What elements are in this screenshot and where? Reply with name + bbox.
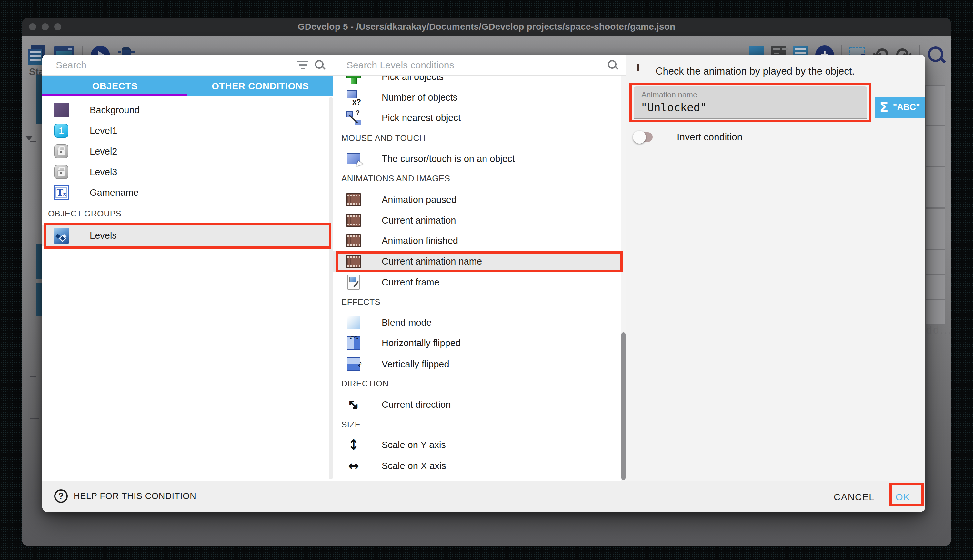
- object-groups-header: OBJECT GROUPS: [48, 209, 121, 219]
- minimize-window-button[interactable]: [42, 23, 49, 30]
- collapse-arrow-icon: [25, 136, 33, 140]
- condition-label: Scale on X axis: [382, 461, 446, 471]
- invert-condition-toggle[interactable]: [634, 132, 653, 142]
- condition-row-cursor-on-object[interactable]: The cursor/touch is on an object: [333, 148, 626, 169]
- traffic-lights: [29, 23, 61, 30]
- filter-icon[interactable]: [297, 61, 308, 69]
- film-strip-icon: [346, 255, 361, 268]
- object-group-icon: [53, 228, 69, 243]
- object-row-gamename[interactable]: Tx Gamename: [42, 182, 333, 203]
- condition-row-scale-y[interactable]: ↕ Scale on Y axis: [333, 435, 626, 455]
- condition-row-number-of-objects[interactable]: x? Number of objects: [333, 87, 626, 108]
- close-window-button[interactable]: [29, 23, 36, 30]
- objects-search-input[interactable]: [55, 59, 297, 71]
- cancel-button[interactable]: CANCEL: [829, 489, 879, 506]
- current-frame-icon: [347, 275, 360, 290]
- vertical-flip-icon: [347, 357, 360, 371]
- object-row-level1[interactable]: 1 Level1: [42, 120, 333, 141]
- lock-object-icon: [54, 144, 68, 158]
- diagonal-arrow-icon: ↔: [344, 395, 363, 413]
- desktop: GDevelop 5 - /Users/dkarakay/Documents/G…: [0, 0, 973, 560]
- condition-label: Horizontally flipped: [382, 338, 461, 348]
- text-object-icon: Tx: [54, 185, 69, 200]
- condition-label: Current frame: [382, 277, 440, 288]
- condition-label: Scale on Y axis: [382, 440, 446, 450]
- condition-row-animation-paused[interactable]: Animation paused: [333, 189, 626, 210]
- titlebar: GDevelop 5 - /Users/dkarakay/Documents/G…: [22, 18, 951, 36]
- search-icon: [608, 60, 618, 70]
- condition-editor-dialog: OBJECTS OTHER CONDITIONS Background 1 Le…: [42, 55, 925, 512]
- event-connector-line: [30, 377, 36, 377]
- film-strip-icon: [346, 234, 361, 247]
- invert-condition-label: Invert condition: [677, 131, 742, 143]
- event-row: [925, 249, 945, 275]
- object-label: Gamename: [90, 187, 139, 198]
- conditions-panel: Pick all objects x? Number of objects ? …: [333, 55, 626, 481]
- expression-editor-button[interactable]: Σ "ABC": [875, 97, 925, 118]
- conditions-search-input[interactable]: [346, 59, 608, 71]
- help-icon: ?: [54, 489, 68, 503]
- zoom-window-button[interactable]: [54, 23, 61, 30]
- condition-row-current-animation-name[interactable]: Current animation name: [333, 251, 626, 272]
- objects-scrollbar[interactable]: [329, 97, 333, 479]
- condition-row-horizontally-flipped[interactable]: Horizontally flipped: [333, 333, 626, 353]
- conditions-scrollbar-thumb[interactable]: [621, 332, 626, 480]
- lock-object-icon: [54, 165, 68, 179]
- condition-label: Vertically flipped: [382, 359, 450, 370]
- help-for-condition-link[interactable]: ? HELP FOR THIS CONDITION: [54, 489, 196, 503]
- object-row-level2[interactable]: Level2: [42, 141, 333, 162]
- object-label: Background: [90, 105, 140, 115]
- condition-row-pick-nearest[interactable]: ? Pick nearest object: [333, 107, 626, 128]
- event-row: [925, 300, 945, 325]
- condition-label: Animation paused: [382, 195, 457, 205]
- condition-label: Current direction: [382, 399, 451, 410]
- object-row-background[interactable]: Background: [42, 100, 333, 120]
- event-connector-line: [30, 141, 30, 419]
- condition-row-blend-mode[interactable]: Blend mode: [333, 312, 626, 333]
- condition-row-vertically-flipped[interactable]: Vertically flipped: [333, 354, 626, 375]
- condition-description: Check the animation by played by the obj…: [656, 64, 855, 78]
- toolbar-search-icon[interactable]: [927, 46, 945, 64]
- condition-row-scale-x[interactable]: ↔ Scale on X axis: [333, 455, 626, 476]
- section-animations-and-images: ANIMATIONS AND IMAGES: [342, 173, 450, 183]
- event-row: [925, 275, 945, 300]
- film-strip-icon: [346, 214, 361, 227]
- blend-mode-icon: [347, 316, 360, 329]
- section-effects: EFFECTS: [342, 297, 380, 307]
- horizontal-arrow-icon: ↔: [348, 459, 359, 472]
- search-icon: [315, 60, 325, 70]
- section-mouse-and-touch: MOUSE AND TOUCH: [342, 133, 425, 143]
- event-row: [925, 85, 945, 125]
- condition-label: The cursor/touch is on an object: [382, 153, 515, 164]
- object-row-level3[interactable]: Level3: [42, 162, 333, 182]
- film-strip-icon: [346, 193, 361, 206]
- condition-row-animation-finished[interactable]: Animation finished: [333, 230, 626, 251]
- tab-objects[interactable]: OBJECTS: [42, 76, 188, 96]
- event-connector-line: [30, 418, 39, 419]
- background-add-label: dd...: [926, 323, 951, 336]
- condition-label: Current animation: [382, 215, 456, 226]
- pick-nearest-object-icon: ?: [346, 110, 361, 125]
- conditions-search-row: [333, 55, 626, 76]
- horizontal-flip-icon: [347, 336, 360, 350]
- animation-name-field[interactable]: Animation name: [634, 87, 867, 119]
- event-row: [925, 125, 945, 167]
- condition-row-current-animation[interactable]: Current animation: [333, 210, 626, 231]
- object-group-label: Levels: [90, 230, 117, 241]
- toggle-knob: [633, 131, 646, 143]
- condition-label: Animation finished: [382, 235, 458, 246]
- active-tab-indicator: [42, 94, 187, 96]
- animation-name-input[interactable]: [640, 101, 860, 114]
- level1-object-icon: 1: [54, 123, 68, 138]
- objects-search-row: [42, 55, 333, 76]
- condition-row-current-direction[interactable]: ↔ Current direction: [333, 394, 626, 415]
- object-group-row-levels[interactable]: Levels: [42, 225, 333, 246]
- film-strip-icon: [637, 63, 639, 71]
- condition-row-current-frame[interactable]: Current frame: [333, 272, 626, 293]
- event-row: [925, 208, 945, 249]
- tab-other-conditions[interactable]: OTHER CONDITIONS: [188, 76, 333, 96]
- condition-label: Current animation name: [382, 256, 482, 267]
- ok-button[interactable]: OK: [891, 489, 915, 506]
- event-row: [925, 167, 945, 208]
- object-label: Level2: [90, 146, 117, 157]
